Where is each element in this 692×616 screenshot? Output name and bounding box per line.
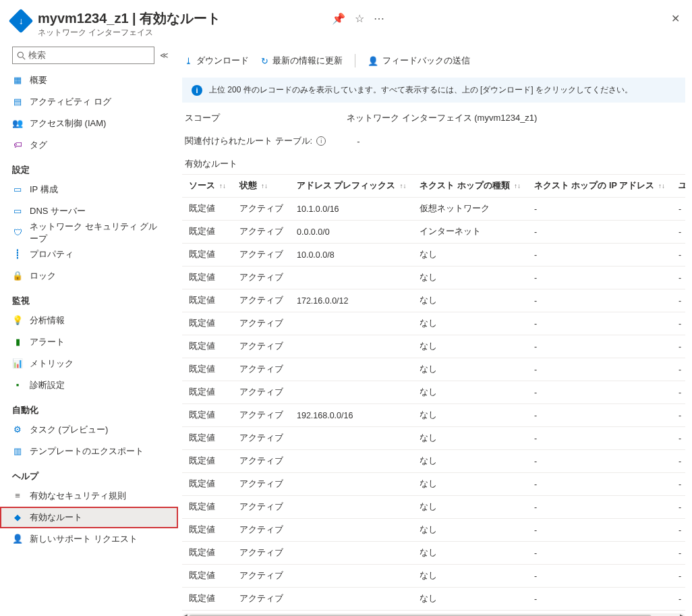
search-placeholder: 検索 <box>28 49 46 61</box>
cell-nexthop-type: なし <box>413 519 527 542</box>
cell-prefix <box>290 358 413 381</box>
table-row[interactable]: 既定値アクティブ10.1.0.0/16仮想ネットワーク-- <box>182 198 685 221</box>
refresh-button[interactable]: ↻ 最新の情報に更新 <box>261 55 343 67</box>
sidebar-item-secrules[interactable]: ≡有効なセキュリティ規則 <box>0 485 178 507</box>
cell-nexthop-type: なし <box>413 588 527 611</box>
cell-user: - <box>672 244 685 267</box>
cell-nexthop-type: なし <box>413 404 527 427</box>
cell-prefix <box>290 450 413 473</box>
pin-icon[interactable]: 📌 <box>332 12 345 25</box>
nic-icon: ↓ <box>9 9 34 34</box>
command-bar: ⤓ ダウンロード ↻ 最新の情報に更新 👤 フィードバックの送信 <box>182 47 685 75</box>
feedback-button[interactable]: 👤 フィードバックの送信 <box>368 55 470 67</box>
cell-user: - <box>672 289 685 312</box>
ipconfig-icon: ▭ <box>12 184 23 195</box>
sidebar-item-props[interactable]: ┋プロパティ <box>0 244 178 265</box>
sidebar-item-routes[interactable]: ◆有効なルート <box>0 507 178 528</box>
sidebar-item-overview[interactable]: ▦概要 <box>0 69 178 91</box>
table-row[interactable]: 既定値アクティブなし-- <box>182 427 685 450</box>
svg-line-1 <box>23 57 26 59</box>
sidebar-item-log[interactable]: ▤アクティビティ ログ <box>0 91 178 113</box>
cell-source: 既定値 <box>182 221 233 244</box>
cell-state: アクティブ <box>233 427 290 450</box>
toolbar-separator <box>355 54 355 67</box>
sidebar-item-label: タグ <box>30 139 47 151</box>
column-header[interactable]: アドレス プレフィックス↑↓ <box>290 175 413 198</box>
export-icon: ▥ <box>12 446 23 457</box>
sidebar-item-support[interactable]: 👤新しいサポート リクエスト <box>0 528 178 550</box>
sidebar-item-export[interactable]: ▥テンプレートのエクスポート <box>0 441 178 462</box>
horizontal-scrollbar[interactable]: ◀ ▶ <box>182 613 685 616</box>
routes-table-wrap[interactable]: ソース↑↓状態↑↓アドレス プレフィックス↑↓ネクスト ホップの種類↑↓ネクスト… <box>182 174 685 611</box>
download-icon: ⤓ <box>185 56 192 66</box>
sidebar-item-lock[interactable]: 🔒ロック <box>0 265 178 287</box>
sidebar-item-dns[interactable]: ▭DNS サーバー <box>0 200 178 222</box>
info-text: 上位 200 件のレコードのみを表示しています。すべて表示するには、上の [ダウ… <box>209 84 633 96</box>
cell-nexthop-ip: - <box>527 473 672 496</box>
cell-nexthop-ip: - <box>527 542 672 565</box>
table-row[interactable]: 既定値アクティブなし-- <box>182 588 685 611</box>
sidebar-item-label: アクセス制御 (IAM) <box>30 117 106 130</box>
cell-nexthop-ip: - <box>527 335 672 358</box>
sidebar-item-label: 概要 <box>30 74 47 86</box>
table-row[interactable]: 既定値アクティブなし-- <box>182 358 685 381</box>
scope-label: スコープ <box>185 112 347 124</box>
collapse-sidebar-button[interactable]: ≪ <box>160 51 169 60</box>
props-icon: ┋ <box>12 249 23 260</box>
more-icon[interactable]: ⋯ <box>374 12 384 25</box>
sidebar-item-ipconfig[interactable]: ▭IP 構成 <box>0 179 178 200</box>
cell-state: アクティブ <box>233 289 290 312</box>
column-header[interactable]: ユ↑↓ <box>672 175 685 198</box>
info-tooltip-icon[interactable]: i <box>316 136 326 146</box>
favorite-icon[interactable]: ☆ <box>355 12 364 25</box>
cell-nexthop-type: なし <box>413 335 527 358</box>
cell-user: - <box>672 542 685 565</box>
sidebar-item-tasks[interactable]: ⚙タスク (プレビュー) <box>0 419 178 441</box>
table-row[interactable]: 既定値アクティブ172.16.0.0/12なし-- <box>182 289 685 312</box>
cell-prefix: 10.0.0.0/8 <box>290 244 413 267</box>
cell-nexthop-ip: - <box>527 244 672 267</box>
sidebar-item-metrics[interactable]: 📊メトリック <box>0 353 178 374</box>
table-row[interactable]: 既定値アクティブなし-- <box>182 312 685 335</box>
sidebar-item-diag[interactable]: ▪診断設定 <box>0 374 178 396</box>
page-subtitle: ネットワーク インターフェイス <box>38 27 325 38</box>
table-row[interactable]: 既定値アクティブ0.0.0.0/0インターネット-- <box>182 221 685 244</box>
sort-icon: ↑↓ <box>399 182 406 190</box>
sort-icon: ↑↓ <box>219 182 226 190</box>
cell-source: 既定値 <box>182 267 233 289</box>
cell-prefix <box>290 312 413 335</box>
cell-user: - <box>672 473 685 496</box>
search-input[interactable]: 検索 <box>12 47 154 64</box>
close-button[interactable]: ✕ <box>671 12 680 25</box>
table-row[interactable]: 既定値アクティブなし-- <box>182 267 685 289</box>
secrules-icon: ≡ <box>12 491 23 501</box>
table-row[interactable]: 既定値アクティブなし-- <box>182 496 685 519</box>
table-row[interactable]: 既定値アクティブなし-- <box>182 542 685 565</box>
table-row[interactable]: 既定値アクティブ192.168.0.0/16なし-- <box>182 404 685 427</box>
cell-user: - <box>672 358 685 381</box>
cell-prefix <box>290 542 413 565</box>
table-row[interactable]: 既定値アクティブなし-- <box>182 519 685 542</box>
sidebar-item-nsg[interactable]: 🛡ネットワーク セキュリティ グループ <box>0 222 178 244</box>
table-row[interactable]: 既定値アクティブなし-- <box>182 473 685 496</box>
table-row[interactable]: 既定値アクティブなし-- <box>182 381 685 404</box>
cell-nexthop-ip: - <box>527 381 672 404</box>
column-header[interactable]: 状態↑↓ <box>233 175 290 198</box>
table-row[interactable]: 既定値アクティブなし-- <box>182 565 685 588</box>
cell-state: アクティブ <box>233 198 290 221</box>
sidebar: 検索 ≪ ▦概要▤アクティビティ ログ👥アクセス制御 (IAM)🏷タグ 設定▭I… <box>0 44 178 616</box>
sidebar-item-iam[interactable]: 👥アクセス制御 (IAM) <box>0 113 178 134</box>
column-header[interactable]: ネクスト ホップの種類↑↓ <box>413 175 527 198</box>
sidebar-item-label: 分析情報 <box>30 314 65 327</box>
associated-value: - <box>357 136 359 146</box>
sidebar-item-alerts[interactable]: ▮アラート <box>0 331 178 353</box>
sidebar-item-insights[interactable]: 💡分析情報 <box>0 310 178 331</box>
column-header[interactable]: ソース↑↓ <box>182 175 233 198</box>
download-button[interactable]: ⤓ ダウンロード <box>185 55 249 67</box>
table-row[interactable]: 既定値アクティブなし-- <box>182 335 685 358</box>
sidebar-item-tag[interactable]: 🏷タグ <box>0 134 178 156</box>
table-row[interactable]: 既定値アクティブなし-- <box>182 450 685 473</box>
table-row[interactable]: 既定値アクティブ10.0.0.0/8なし-- <box>182 244 685 267</box>
column-header[interactable]: ネクスト ホップの IP アドレス↑↓ <box>527 175 672 198</box>
cell-state: アクティブ <box>233 542 290 565</box>
